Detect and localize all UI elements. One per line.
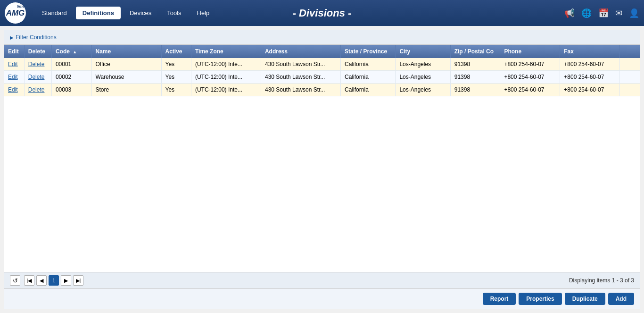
col-header-edit[interactable]: Edit: [4, 45, 24, 58]
cell-phone: +800 254-60-07: [500, 71, 560, 84]
delete-link[interactable]: Delete: [28, 61, 45, 68]
cell-timezone: (UTC-12:00) Inte...: [191, 71, 261, 84]
table-row: EditDelete00003StoreYes(UTC-12:00) Inte.…: [4, 84, 640, 96]
display-info: Displaying items 1 - 3 of 3: [569, 277, 634, 284]
cell-extra: [620, 58, 640, 71]
cell-name: Store: [91, 84, 161, 96]
main-content: ▶ Filter Conditions Edit Delete Code ▲ N…: [4, 30, 640, 309]
table-container: Edit Delete Code ▲ Name Active Time Zone…: [4, 45, 640, 272]
cell-edit[interactable]: Edit: [4, 84, 24, 96]
nav-menu: Standard Definitions Devices Tools Help: [35, 7, 216, 19]
cell-fax: +800 254-60-07: [560, 71, 620, 84]
cell-fax: +800 254-60-07: [560, 58, 620, 71]
cell-city: Los-Angeles: [396, 84, 450, 96]
mail-icon[interactable]: ✉: [615, 8, 622, 18]
cell-code: 00003: [51, 84, 91, 96]
next-page-button[interactable]: ▶: [61, 275, 71, 286]
cell-zip: 91398: [450, 58, 500, 71]
logo-circle: AMG time: [5, 2, 26, 24]
col-header-timezone[interactable]: Time Zone: [191, 45, 261, 58]
cell-name: Warehouse: [91, 71, 161, 84]
first-page-button[interactable]: |◀: [24, 275, 34, 286]
user-icon[interactable]: 👤: [629, 8, 639, 18]
sort-asc-icon: ▲: [73, 50, 77, 54]
header: AMG time Standard Definitions Devices To…: [0, 0, 644, 26]
col-header-code[interactable]: Code ▲: [51, 45, 91, 58]
col-header-state[interactable]: State / Province: [341, 45, 396, 58]
nav-standard[interactable]: Standard: [35, 7, 74, 19]
current-page[interactable]: 1: [49, 275, 59, 286]
cell-extra: [620, 71, 640, 84]
header-icons: 📢 🌐 📅 ✉ 👤: [564, 8, 639, 18]
nav-definitions[interactable]: Definitions: [76, 7, 121, 19]
divisions-table: Edit Delete Code ▲ Name Active Time Zone…: [4, 45, 640, 96]
last-page-button[interactable]: ▶|: [73, 275, 83, 286]
cell-code: 00002: [51, 71, 91, 84]
report-button[interactable]: Report: [483, 293, 516, 305]
cell-state: California: [341, 71, 396, 84]
edit-link[interactable]: Edit: [8, 74, 18, 80]
filter-arrow-icon: ▶: [10, 35, 14, 40]
filter-toggle[interactable]: ▶ Filter Conditions: [10, 34, 57, 41]
filter-bar: ▶ Filter Conditions: [4, 30, 640, 45]
cell-zip: 91398: [450, 71, 500, 84]
add-button[interactable]: Add: [608, 293, 634, 305]
cell-city: Los-Angeles: [396, 71, 450, 84]
duplicate-button[interactable]: Duplicate: [565, 293, 605, 305]
cell-active: Yes: [161, 71, 191, 84]
table-header-row: Edit Delete Code ▲ Name Active Time Zone…: [4, 45, 640, 58]
edit-link[interactable]: Edit: [8, 86, 18, 93]
pagination-bar: ↺ |◀ ◀ 1 ▶ ▶| Displaying items 1 - 3 of …: [4, 272, 640, 288]
cell-fax: +800 254-60-07: [560, 84, 620, 96]
cell-active: Yes: [161, 58, 191, 71]
col-header-extra: [620, 45, 640, 58]
cell-edit[interactable]: Edit: [4, 58, 24, 71]
cell-delete[interactable]: Delete: [24, 71, 51, 84]
cell-state: California: [341, 84, 396, 96]
logo-text: AMG: [6, 8, 25, 18]
cell-phone: +800 254-60-07: [500, 58, 560, 71]
calendar-icon[interactable]: 📅: [598, 8, 609, 18]
cell-address: 430 South Lawson Str...: [261, 58, 340, 71]
delete-link[interactable]: Delete: [28, 74, 45, 80]
col-header-active[interactable]: Active: [161, 45, 191, 58]
cell-name: Office: [91, 58, 161, 71]
delete-link[interactable]: Delete: [28, 86, 45, 93]
nav-help[interactable]: Help: [190, 7, 216, 19]
table-body: EditDelete00001OfficeYes(UTC-12:00) Inte…: [4, 58, 640, 96]
bottom-bar: Report Properties Duplicate Add: [4, 288, 640, 309]
filter-label: Filter Conditions: [16, 34, 57, 41]
logo: AMG time: [5, 2, 26, 24]
megaphone-icon[interactable]: 📢: [564, 8, 575, 18]
cell-state: California: [341, 58, 396, 71]
cell-city: Los-Angeles: [396, 58, 450, 71]
edit-link[interactable]: Edit: [8, 61, 18, 68]
col-header-phone[interactable]: Phone: [500, 45, 560, 58]
nav-tools[interactable]: Tools: [160, 7, 188, 19]
cell-active: Yes: [161, 84, 191, 96]
nav-devices[interactable]: Devices: [123, 7, 158, 19]
col-header-address[interactable]: Address: [261, 45, 340, 58]
cell-delete[interactable]: Delete: [24, 58, 51, 71]
col-header-city[interactable]: City: [396, 45, 450, 58]
cell-extra: [620, 84, 640, 96]
col-header-delete[interactable]: Delete: [24, 45, 51, 58]
cell-address: 430 South Lawson Str...: [261, 84, 340, 96]
col-header-name[interactable]: Name: [91, 45, 161, 58]
cell-timezone: (UTC-12:00) Inte...: [191, 84, 261, 96]
properties-button[interactable]: Properties: [519, 293, 561, 305]
table-row: EditDelete00001OfficeYes(UTC-12:00) Inte…: [4, 58, 640, 71]
cell-address: 430 South Lawson Str...: [261, 71, 340, 84]
cell-timezone: (UTC-12:00) Inte...: [191, 58, 261, 71]
cell-code: 00001: [51, 58, 91, 71]
prev-page-button[interactable]: ◀: [36, 275, 47, 286]
col-header-fax[interactable]: Fax: [560, 45, 620, 58]
page-title: - Divisions -: [293, 7, 352, 19]
cell-edit[interactable]: Edit: [4, 71, 24, 84]
cell-zip: 91398: [450, 84, 500, 96]
col-header-zip[interactable]: Zip / Postal Co: [450, 45, 500, 58]
cell-phone: +800 254-60-07: [500, 84, 560, 96]
globe-icon[interactable]: 🌐: [581, 8, 592, 18]
cell-delete[interactable]: Delete: [24, 84, 51, 96]
refresh-button[interactable]: ↺: [10, 275, 20, 286]
